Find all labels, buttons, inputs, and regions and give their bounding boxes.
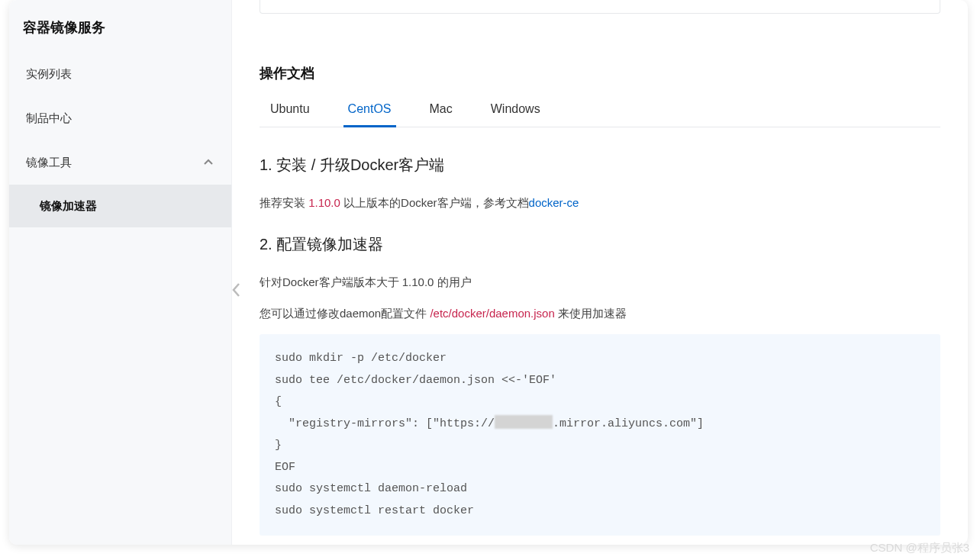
section2-p1: 针对Docker客户端版本大于 1.10.0 的用户: [260, 272, 940, 292]
sidebar-item-artifacts[interactable]: 制品中心: [9, 96, 231, 140]
tab-ubuntu[interactable]: Ubuntu: [266, 95, 314, 127]
section1-text: 推荐安装 1.10.0 以上版本的Docker客户端，参考文档docker-ce: [260, 192, 940, 213]
tab-mac[interactable]: Mac: [425, 95, 457, 127]
os-tabs: Ubuntu CentOS Mac Windows: [260, 95, 940, 127]
top-panel-placeholder: [260, 0, 940, 14]
sidebar-item-mirroraccel[interactable]: 镜像加速器: [9, 185, 231, 227]
sidebar: 容器镜像服务 实例列表 制品中心 镜像工具 镜像加速器: [9, 0, 232, 545]
chevron-up-icon: [202, 156, 214, 169]
sidebar-collapse-handle[interactable]: [229, 273, 244, 307]
section2-p2: 您可以通过修改daemon配置文件 /etc/docker/daemon.jso…: [260, 303, 940, 323]
daemon-json-path: /etc/docker/daemon.json: [430, 307, 554, 320]
doc-title: 操作文档: [260, 64, 940, 82]
code-block: sudo mkdir -p /etc/docker sudo tee /etc/…: [260, 334, 940, 536]
sidebar-item-label: 镜像加速器: [40, 199, 97, 214]
section2-heading: 2. 配置镜像加速器: [260, 234, 940, 255]
version-text: 1.10.0: [308, 196, 340, 209]
sidebar-item-instances[interactable]: 实例列表: [9, 52, 231, 96]
docker-ce-link[interactable]: docker-ce: [529, 196, 579, 209]
sidebar-title: 容器镜像服务: [9, 12, 231, 52]
section1-heading: 1. 安装 / 升级Docker客户端: [260, 155, 940, 175]
sidebar-item-label: 镜像工具: [26, 156, 72, 170]
tab-centos[interactable]: CentOS: [343, 95, 396, 127]
sidebar-item-label: 制品中心: [26, 111, 72, 126]
sidebar-item-imagetools[interactable]: 镜像工具: [9, 140, 231, 185]
sidebar-item-label: 实例列表: [26, 67, 72, 82]
redacted-mirror-id: [495, 415, 553, 429]
main-content: 操作文档 Ubuntu CentOS Mac Windows 1. 安装 / 升…: [232, 0, 968, 545]
tab-windows[interactable]: Windows: [486, 95, 545, 127]
